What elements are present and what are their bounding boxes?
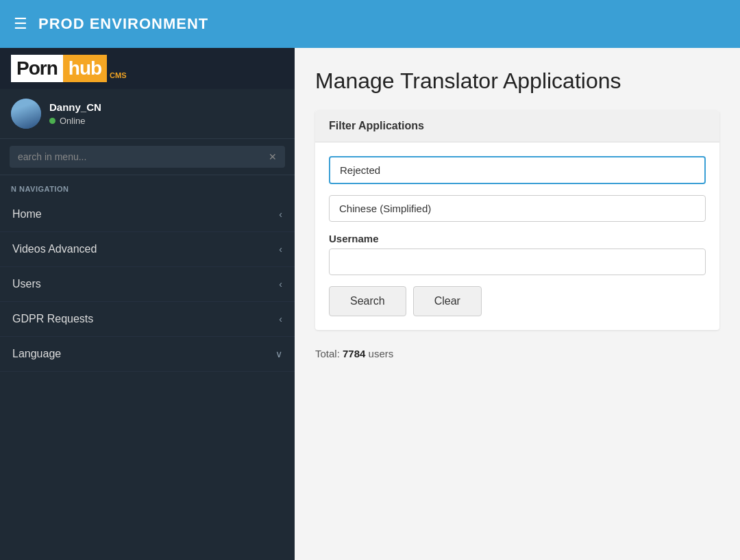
sidebar-item-language[interactable]: Language ∨	[0, 337, 295, 372]
logo-hub: hub	[63, 55, 107, 82]
top-header: ☰ PROD ENVIRONMENT	[0, 0, 740, 48]
username-input[interactable]	[329, 249, 706, 275]
online-status: Online	[49, 116, 101, 126]
sidebar-item-videos-advanced[interactable]: Videos Advanced ‹	[0, 232, 295, 267]
sidebar: Porn hub CMS Danny_CN Online ✕	[0, 48, 295, 560]
user-info: Danny_CN Online	[0, 89, 295, 139]
avatar-image	[11, 99, 41, 129]
total-text: Total: 7784 users	[315, 344, 719, 364]
total-suffix: users	[369, 348, 394, 359]
filter-card-body: Rejected Pending Approved All Chinese (S…	[315, 142, 719, 330]
sidebar-item-videos-advanced-label: Videos Advanced	[12, 243, 97, 255]
logo-cms: CMS	[110, 71, 126, 79]
logo-porn: Porn	[11, 55, 63, 82]
sidebar-item-home-label: Home	[12, 208, 42, 220]
env-title: PROD ENVIRONMENT	[38, 15, 208, 33]
total-label: Total:	[315, 348, 340, 359]
sidebar-item-gdpr-requests[interactable]: GDPR Requests ‹	[0, 302, 295, 337]
chevron-left-icon-2: ‹	[279, 244, 282, 255]
chevron-left-icon-3: ‹	[279, 279, 282, 290]
button-row: Search Clear	[329, 286, 706, 316]
online-dot	[49, 118, 56, 124]
chevron-down-icon: ∨	[275, 348, 282, 359]
logo-box: Porn hub CMS	[11, 55, 127, 82]
sidebar-item-users[interactable]: Users ‹	[0, 267, 295, 302]
page-title: Manage Translator Applications	[315, 68, 719, 94]
sidebar-item-gdpr-label: GDPR Requests	[12, 313, 93, 325]
sidebar-item-language-label: Language	[12, 348, 61, 360]
menu-search-input[interactable]	[18, 151, 263, 162]
search-bar: ✕	[10, 146, 285, 168]
language-select[interactable]: Chinese (Simplified) English Spanish Fre…	[329, 195, 706, 222]
clear-search-icon[interactable]: ✕	[269, 151, 277, 162]
filter-card-header: Filter Applications	[315, 110, 719, 142]
logo-area: Porn hub CMS	[0, 48, 295, 89]
chevron-left-icon-4: ‹	[279, 314, 282, 324]
main-layout: Porn hub CMS Danny_CN Online ✕	[0, 48, 740, 560]
nav-label: N NAVIGATION	[0, 175, 295, 197]
user-details: Danny_CN Online	[49, 101, 101, 126]
username-field-group: Username	[329, 233, 706, 275]
status-text: Online	[60, 116, 86, 126]
hamburger-icon[interactable]: ☰	[14, 15, 27, 33]
status-select[interactable]: Rejected Pending Approved All	[329, 156, 706, 184]
filter-card: Filter Applications Rejected Pending App…	[315, 110, 719, 330]
content-area: Manage Translator Applications Filter Ap…	[295, 48, 740, 560]
search-bar-container: ✕	[0, 139, 295, 175]
sidebar-item-home[interactable]: Home ‹	[0, 197, 295, 232]
search-button[interactable]: Search	[329, 286, 406, 316]
sidebar-item-users-label: Users	[12, 278, 41, 290]
clear-button[interactable]: Clear	[413, 286, 482, 316]
username-label: Username	[329, 233, 706, 244]
avatar	[11, 99, 41, 129]
username-label: Danny_CN	[49, 101, 101, 113]
total-count: 7784	[343, 348, 365, 359]
chevron-left-icon: ‹	[279, 209, 282, 220]
